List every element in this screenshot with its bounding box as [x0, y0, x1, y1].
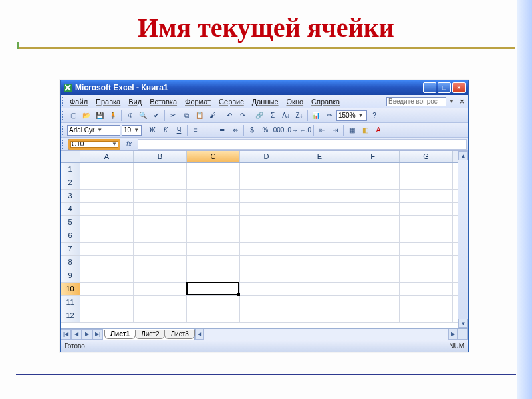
- drawing-icon[interactable]: ✏: [323, 110, 335, 122]
- cell-E10[interactable]: [293, 283, 346, 295]
- sheet-tab-2[interactable]: Лист2: [135, 330, 165, 339]
- align-left-icon[interactable]: ≡: [190, 124, 201, 136]
- menu-insert[interactable]: Вставка: [146, 96, 181, 107]
- cell-C1[interactable]: [187, 163, 240, 176]
- cell-F8[interactable]: [346, 256, 400, 269]
- cell-B8[interactable]: [134, 256, 187, 269]
- row-header-10[interactable]: 10: [61, 283, 80, 295]
- row-header-9[interactable]: 9: [61, 269, 80, 282]
- cell-G3[interactable]: [400, 190, 453, 202]
- name-box-dropdown-icon[interactable]: ▼: [112, 141, 117, 147]
- menubar-handle-icon[interactable]: [62, 97, 65, 106]
- tab-first-icon[interactable]: |◀: [61, 329, 71, 340]
- percent-icon[interactable]: %: [259, 124, 271, 136]
- hscroll-track[interactable]: [204, 329, 448, 340]
- cell-F2[interactable]: [346, 176, 400, 189]
- sheet-tab-1[interactable]: Лист1: [104, 330, 136, 339]
- cell-A6[interactable]: [80, 229, 134, 242]
- help-search-input[interactable]: [386, 97, 446, 106]
- paste-icon[interactable]: 📋: [194, 110, 205, 122]
- scroll-up-icon[interactable]: ▲: [458, 151, 468, 160]
- row-header-2[interactable]: 2: [61, 176, 80, 189]
- cell-F1[interactable]: [346, 163, 400, 176]
- cell-G2[interactable]: [400, 176, 453, 189]
- permission-icon[interactable]: 🧍: [107, 110, 119, 122]
- format-painter-icon[interactable]: 🖌: [207, 110, 219, 122]
- undo-icon[interactable]: ↶: [223, 110, 235, 122]
- hyperlink-icon[interactable]: 🔗: [253, 110, 265, 122]
- cell-F10[interactable]: [346, 283, 400, 295]
- cell-E6[interactable]: [293, 229, 346, 242]
- font-combo[interactable]: Arial Cyr ▼: [67, 125, 120, 136]
- underline-button[interactable]: Ч: [173, 124, 185, 136]
- tab-prev-icon[interactable]: ◀: [71, 329, 82, 340]
- menu-edit[interactable]: Правка: [92, 96, 124, 107]
- cell-E2[interactable]: [293, 176, 346, 189]
- cell-D7[interactable]: [240, 243, 293, 255]
- cell-G10[interactable]: [400, 283, 453, 295]
- cell-E1[interactable]: [293, 163, 346, 176]
- decrease-decimal-icon[interactable]: ←.0: [299, 124, 311, 136]
- std-toolbar-handle-icon[interactable]: [62, 111, 65, 120]
- currency-icon[interactable]: $: [246, 124, 258, 136]
- cell-C6[interactable]: [187, 229, 240, 242]
- cell-F11[interactable]: [346, 296, 400, 309]
- cell-C8[interactable]: [187, 256, 240, 269]
- fx-button[interactable]: fx: [123, 139, 135, 150]
- cell-D4[interactable]: [240, 203, 293, 215]
- autosum-icon[interactable]: Σ: [267, 110, 279, 122]
- cell-B11[interactable]: [134, 296, 187, 309]
- open-icon[interactable]: 📂: [80, 110, 92, 122]
- cell-C10[interactable]: [187, 283, 240, 295]
- italic-button[interactable]: К: [160, 124, 172, 136]
- cell-C7[interactable]: [187, 243, 240, 255]
- cell-B1[interactable]: [134, 163, 187, 176]
- cell-B12[interactable]: [134, 309, 187, 322]
- cell-A3[interactable]: [80, 190, 134, 202]
- cell-G11[interactable]: [400, 296, 453, 309]
- cell-A10[interactable]: [80, 283, 134, 295]
- cell-E8[interactable]: [293, 256, 346, 269]
- cell-F5[interactable]: [346, 216, 400, 229]
- cell-B10[interactable]: [134, 283, 187, 295]
- scroll-down-icon[interactable]: ▼: [458, 319, 468, 328]
- cell-D9[interactable]: [240, 269, 293, 282]
- cell-B4[interactable]: [134, 203, 187, 215]
- fbar-handle-icon[interactable]: [62, 140, 65, 149]
- vertical-scrollbar[interactable]: ▲ ▼: [458, 151, 468, 328]
- cell-G4[interactable]: [400, 203, 453, 215]
- cell-E5[interactable]: [293, 216, 346, 229]
- cell-D1[interactable]: [240, 163, 293, 176]
- spelling-icon[interactable]: ✔: [150, 110, 162, 122]
- fill-color-icon[interactable]: ◧: [359, 124, 371, 136]
- cell-E9[interactable]: [293, 269, 346, 282]
- menu-file[interactable]: Файл: [66, 96, 92, 107]
- new-icon[interactable]: ▢: [67, 110, 79, 122]
- increase-decimal-icon[interactable]: .0→: [286, 124, 298, 136]
- cell-A4[interactable]: [80, 203, 134, 215]
- cell-A5[interactable]: [80, 216, 134, 229]
- cell-E12[interactable]: [293, 309, 346, 322]
- cell-F3[interactable]: [346, 190, 400, 202]
- col-header-a[interactable]: A: [80, 151, 134, 162]
- row-header-11[interactable]: 11: [61, 296, 80, 309]
- fontsize-combo[interactable]: 10 ▼: [122, 125, 142, 136]
- cell-B2[interactable]: [134, 176, 187, 189]
- bold-button[interactable]: Ж: [146, 124, 158, 136]
- zoom-combo[interactable]: 150% ▼: [336, 110, 367, 121]
- cell-A11[interactable]: [80, 296, 134, 309]
- formula-input[interactable]: [138, 139, 467, 150]
- col-header-d[interactable]: D: [240, 151, 293, 162]
- sort-desc-icon[interactable]: Z↓: [293, 110, 305, 122]
- cell-C4[interactable]: [187, 203, 240, 215]
- decrease-indent-icon[interactable]: ⇤: [316, 124, 328, 136]
- increase-indent-icon[interactable]: ⇥: [329, 124, 341, 136]
- scroll-right-icon[interactable]: ▶: [448, 329, 458, 340]
- cell-D12[interactable]: [240, 309, 293, 322]
- doc-close-button[interactable]: ×: [457, 97, 467, 106]
- cell-C9[interactable]: [187, 269, 240, 282]
- col-header-c[interactable]: C: [187, 151, 240, 162]
- cell-G8[interactable]: [400, 256, 453, 269]
- horizontal-scrollbar[interactable]: ◀ ▶: [194, 329, 458, 340]
- maximize-button[interactable]: □: [438, 82, 451, 93]
